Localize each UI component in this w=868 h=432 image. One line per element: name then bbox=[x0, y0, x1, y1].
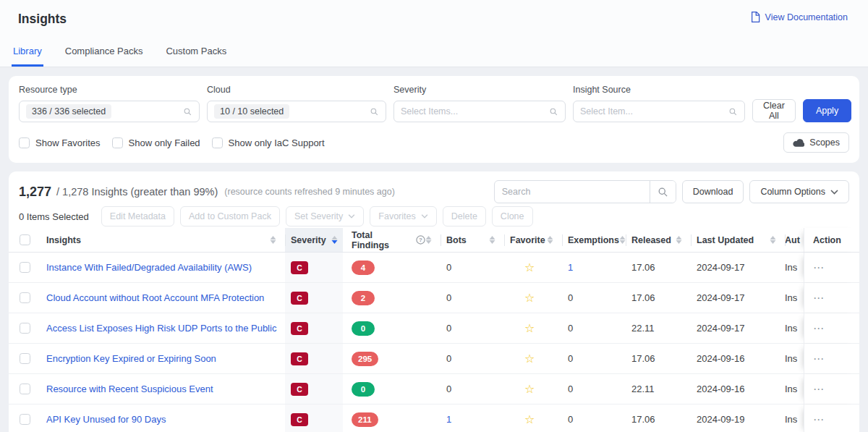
view-documentation-link[interactable]: View Documentation bbox=[750, 12, 848, 22]
column-header-severity[interactable]: Severity bbox=[285, 228, 343, 252]
favorite-star-icon[interactable]: ☆ bbox=[524, 414, 535, 425]
findings-badge[interactable]: 211 bbox=[352, 412, 378, 427]
results-count: 1,277 bbox=[19, 185, 51, 200]
column-header-insights[interactable]: Insights bbox=[41, 228, 285, 252]
row-checkbox[interactable] bbox=[20, 414, 30, 425]
help-icon[interactable]: ? bbox=[416, 235, 425, 245]
row-checkbox[interactable] bbox=[20, 384, 30, 394]
download-button[interactable]: Download bbox=[682, 180, 744, 203]
table-row: Access List Exposes High Risk UDP Ports … bbox=[9, 313, 859, 344]
row-actions-menu[interactable]: ⋯ bbox=[813, 292, 825, 305]
sort-icon[interactable] bbox=[619, 236, 626, 244]
column-options-button[interactable]: Column Options bbox=[749, 180, 849, 203]
favorite-star-icon[interactable]: ☆ bbox=[524, 353, 535, 365]
last-updated-date: 2024-09-17 bbox=[697, 292, 745, 303]
resource-type-select[interactable]: 336 / 336 selected bbox=[19, 101, 200, 122]
column-header-action: Action bbox=[804, 228, 859, 252]
truncated-cell-text: Ins bbox=[785, 353, 797, 364]
column-header-favorite[interactable]: Favorite bbox=[504, 228, 562, 252]
search-button[interactable] bbox=[650, 181, 676, 203]
sort-icon[interactable] bbox=[770, 236, 776, 244]
sort-icon[interactable] bbox=[425, 236, 432, 244]
checkbox-box bbox=[112, 137, 123, 148]
row-actions-menu[interactable]: ⋯ bbox=[813, 352, 825, 365]
column-header-total-findings[interactable]: Total Findings ? bbox=[343, 228, 441, 252]
apply-button[interactable]: Apply bbox=[803, 99, 851, 122]
delete-button[interactable]: Delete bbox=[443, 206, 486, 226]
svg-text:?: ? bbox=[419, 237, 422, 243]
row-actions-menu[interactable]: ⋯ bbox=[813, 413, 825, 426]
row-checkbox[interactable] bbox=[20, 353, 30, 364]
exemptions-count[interactable]: 1 bbox=[568, 262, 573, 273]
filter-panel: Resource type 336 / 336 selected Cloud 1… bbox=[9, 76, 859, 163]
chevron-down-icon bbox=[421, 214, 428, 219]
insight-source-select[interactable]: Select Item... bbox=[573, 101, 745, 122]
select-all-checkbox[interactable] bbox=[20, 234, 30, 245]
column-header-truncated[interactable]: Aut bbox=[785, 228, 804, 252]
cloud-icon bbox=[793, 139, 804, 147]
tab-compliance-packs[interactable]: Compliance Packs bbox=[64, 41, 145, 67]
sort-icon-descending[interactable] bbox=[331, 236, 338, 244]
checkbox-label: Show only IaC Support bbox=[229, 137, 325, 148]
row-actions-menu[interactable]: ⋯ bbox=[813, 383, 825, 396]
checkbox-box bbox=[212, 137, 223, 148]
table-body: Instance With Failed/Degraded Availabili… bbox=[9, 253, 859, 432]
insight-link[interactable]: Cloud Account without Root Account MFA P… bbox=[46, 292, 264, 303]
set-severity-button[interactable]: Set Severity bbox=[286, 206, 364, 226]
bots-count[interactable]: 1 bbox=[446, 414, 451, 425]
sort-icon[interactable] bbox=[489, 236, 495, 244]
search-icon bbox=[549, 107, 558, 117]
checkbox-show-only-failed[interactable]: Show only Failed bbox=[112, 137, 200, 148]
favorite-star-icon[interactable]: ☆ bbox=[524, 292, 535, 304]
row-actions-menu[interactable]: ⋯ bbox=[813, 261, 825, 274]
findings-badge[interactable]: 2 bbox=[352, 291, 375, 305]
severity-badge: C bbox=[291, 413, 308, 426]
scopes-label: Scopes bbox=[809, 137, 840, 148]
checkbox-show-only-iac-support[interactable]: Show only IaC Support bbox=[212, 137, 325, 148]
insight-link[interactable]: Encryption Key Expired or Expiring Soon bbox=[46, 353, 216, 364]
findings-badge[interactable]: 0 bbox=[352, 321, 375, 336]
row-checkbox[interactable] bbox=[20, 292, 30, 303]
filter-insight-source: Insight Source Select Item... bbox=[573, 85, 745, 122]
search-input[interactable] bbox=[495, 187, 650, 197]
edit-metadata-button[interactable]: Edit Metadata bbox=[101, 206, 174, 226]
released-version: 17.06 bbox=[631, 262, 655, 273]
severity-select[interactable]: Select Items... bbox=[393, 101, 566, 122]
insight-link[interactable]: Resource with Recent Suspicious Event bbox=[46, 384, 213, 394]
bots-count: 0 bbox=[446, 292, 451, 303]
findings-badge[interactable]: 4 bbox=[352, 261, 375, 275]
filter-label: Insight Source bbox=[573, 85, 745, 95]
findings-badge[interactable]: 0 bbox=[352, 382, 375, 397]
checkbox-show-favorites[interactable]: Show Favorites bbox=[19, 137, 101, 148]
favorite-star-icon[interactable]: ☆ bbox=[524, 323, 535, 334]
column-header-bots[interactable]: Bots bbox=[441, 228, 504, 252]
insight-link[interactable]: Access List Exposes High Risk UDP Ports … bbox=[46, 323, 276, 334]
clone-button[interactable]: Clone bbox=[492, 206, 533, 226]
clear-all-button[interactable]: Clear All bbox=[752, 99, 796, 122]
row-actions-menu[interactable]: ⋯ bbox=[813, 322, 825, 335]
favorites-button[interactable]: Favorites bbox=[370, 206, 436, 226]
column-header-exemptions[interactable]: Exemptions bbox=[562, 228, 626, 252]
favorites-label: Favorites bbox=[378, 211, 415, 221]
cloud-select[interactable]: 10 / 10 selected bbox=[207, 101, 386, 122]
scopes-button[interactable]: Scopes bbox=[783, 132, 849, 153]
favorite-star-icon[interactable]: ☆ bbox=[524, 384, 535, 395]
row-checkbox[interactable] bbox=[20, 262, 30, 273]
table-row: API Key Unused for 90 Days C 211 1 ☆ 0 1… bbox=[9, 405, 859, 432]
add-to-custom-pack-button[interactable]: Add to Custom Pack bbox=[180, 206, 280, 226]
column-header-released[interactable]: Released bbox=[626, 228, 691, 252]
bots-count: 0 bbox=[446, 384, 451, 394]
favorite-star-icon[interactable]: ☆ bbox=[524, 262, 535, 274]
column-header-last-updated[interactable]: Last Updated bbox=[691, 228, 785, 252]
row-checkbox[interactable] bbox=[20, 323, 30, 334]
sort-icon[interactable] bbox=[547, 236, 553, 244]
insight-link[interactable]: API Key Unused for 90 Days bbox=[46, 414, 166, 425]
severity-badge: C bbox=[291, 261, 308, 274]
findings-badge[interactable]: 295 bbox=[352, 352, 378, 366]
tab-custom-packs[interactable]: Custom Packs bbox=[164, 41, 228, 67]
filter-label: Severity bbox=[393, 85, 566, 95]
insight-link[interactable]: Instance With Failed/Degraded Availabili… bbox=[46, 262, 252, 273]
sort-icon[interactable] bbox=[676, 236, 682, 244]
sort-icon[interactable] bbox=[270, 236, 276, 244]
tab-library[interactable]: Library bbox=[12, 41, 43, 67]
